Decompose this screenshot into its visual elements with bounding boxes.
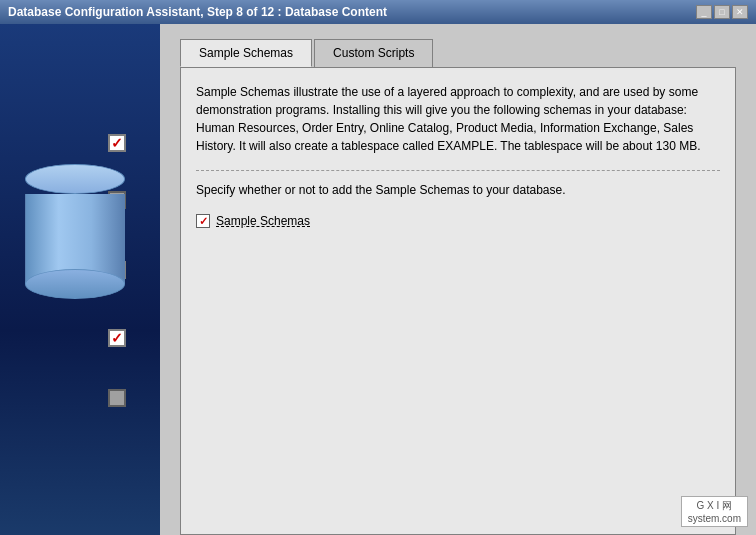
database-icon: [25, 164, 125, 284]
window-title: Database Configuration Assistant, Step 8…: [8, 5, 387, 19]
main-container: Sample Schemas Custom Scripts Sample Sch…: [0, 24, 756, 535]
panel-checkbox-5: [108, 389, 126, 407]
maximize-button[interactable]: □: [714, 5, 730, 19]
left-panel: [0, 24, 160, 535]
tab-bar: Sample Schemas Custom Scripts: [180, 39, 736, 67]
panel-checkbox-1: [108, 134, 126, 152]
cylinder-bottom: [25, 269, 125, 299]
watermark: G X I 网 system.com: [681, 496, 748, 527]
divider: [196, 170, 720, 171]
prompt-text: Specify whether or not to add the Sample…: [196, 181, 720, 199]
description-text: Sample Schemas illustrate the use of a l…: [196, 83, 720, 155]
cylinder-top: [25, 164, 125, 194]
minimize-button[interactable]: _: [696, 5, 712, 19]
tab-sample-schemas[interactable]: Sample Schemas: [180, 39, 312, 67]
title-bar: Database Configuration Assistant, Step 8…: [0, 0, 756, 24]
tab-custom-scripts[interactable]: Custom Scripts: [314, 39, 433, 67]
window-controls[interactable]: _ □ ✕: [696, 5, 748, 19]
panel-checkbox-4: [108, 329, 126, 347]
close-button[interactable]: ✕: [732, 5, 748, 19]
sample-schemas-checkbox-row[interactable]: Sample Schemas: [196, 214, 720, 228]
sample-schemas-checkbox-label: Sample Schemas: [216, 214, 310, 228]
watermark-line1: G X I 网: [688, 499, 741, 513]
sample-schemas-checkbox[interactable]: [196, 214, 210, 228]
tab-content-sample-schemas: Sample Schemas illustrate the use of a l…: [180, 67, 736, 535]
watermark-line2: system.com: [688, 513, 741, 524]
